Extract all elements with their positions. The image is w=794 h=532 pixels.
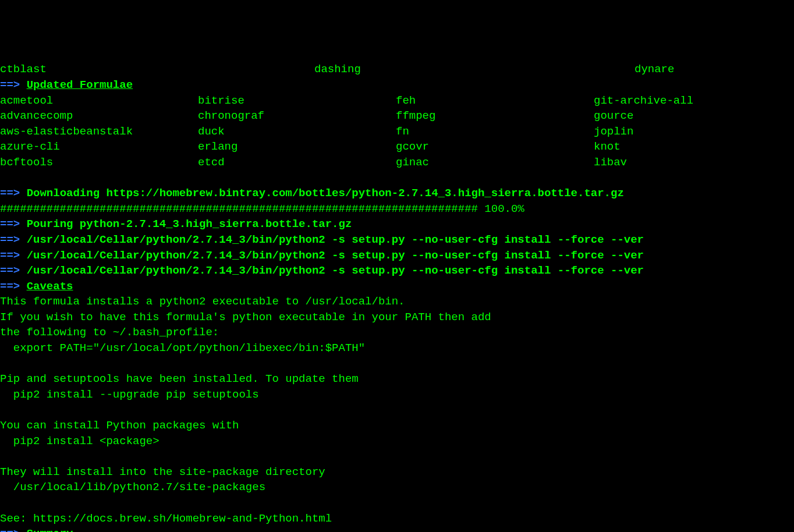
progress-bar: ########################################… <box>0 201 794 217</box>
caveats-header: ==> Caveats <box>0 279 794 295</box>
formula-item: duck <box>198 124 396 140</box>
formula-item: advancecomp <box>0 108 198 124</box>
formula-item: acmetool <box>0 93 198 109</box>
formula-item: chronograf <box>198 108 396 124</box>
formula-item: bcftools <box>0 155 198 171</box>
setup-cmd-line: ==> /usr/local/Cellar/python/2.7.14_3/bi… <box>0 263 794 279</box>
formulae-list: acmetooladvancecompaws-elasticbeanstalka… <box>0 93 794 171</box>
formula-item: azure-cli <box>0 139 198 155</box>
caveats-text: Pip and setuptools have been installed. … <box>0 371 794 387</box>
downloading-line: ==> Downloading https://homebrew.bintray… <box>0 186 794 201</box>
formula-item: git-archive-all <box>594 93 794 109</box>
caveats-text: You can install Python packages with <box>0 418 794 434</box>
caveats-text: pip2 install <package> <box>0 434 794 449</box>
caveats-text: pip2 install --upgrade pip setuptools <box>0 387 794 403</box>
caveats-text: This formula installs a python2 executab… <box>0 294 794 310</box>
formula-item: etcd <box>198 155 396 171</box>
caveats-text: They will install into the site-package … <box>0 464 794 480</box>
formula-item: aws-elasticbeanstalk <box>0 124 198 140</box>
formula-item: knot <box>594 139 794 155</box>
setup-cmd-line: ==> /usr/local/Cellar/python/2.7.14_3/bi… <box>0 248 794 264</box>
formula-item: libav <box>594 155 794 171</box>
formula-item: bitrise <box>198 93 396 109</box>
caveats-text <box>0 495 794 511</box>
setup-cmd-line: ==> /usr/local/Cellar/python/2.7.14_3/bi… <box>0 232 794 248</box>
caveats-text <box>0 356 794 372</box>
formula-item: gcovr <box>396 139 594 155</box>
updated-formulae-header: ==> Updated Formulae <box>0 77 794 93</box>
caveats-text: See: https://docs.brew.sh/Homebrew-and-P… <box>0 511 794 527</box>
formula-item: ffmpeg <box>396 108 594 124</box>
partial-row: ctblastdashingdynare <box>0 62 794 77</box>
formula-item: gource <box>594 108 794 124</box>
caveats-text: /usr/local/lib/python2.7/site-packages <box>0 480 794 495</box>
caveats-text <box>0 449 794 464</box>
formula-item: fn <box>396 124 594 140</box>
caveats-text <box>0 402 794 418</box>
summary-header: ==> Summary <box>0 526 794 532</box>
formula-item: joplin <box>594 124 794 140</box>
terminal-output: ctblastdashingdynare==> Updated Formulae… <box>0 62 794 532</box>
formula-item: erlang <box>198 139 396 155</box>
pouring-line: ==> Pouring python-2.7.14_3.high_sierra.… <box>0 217 794 232</box>
caveats-text: the following to ~/.bash_profile: <box>0 325 794 341</box>
caveats-text: export PATH="/usr/local/opt/python/libex… <box>0 341 794 356</box>
formula-item: ginac <box>396 155 594 171</box>
formula-item: feh <box>396 93 594 109</box>
caveats-text: If you wish to have this formula's pytho… <box>0 310 794 325</box>
